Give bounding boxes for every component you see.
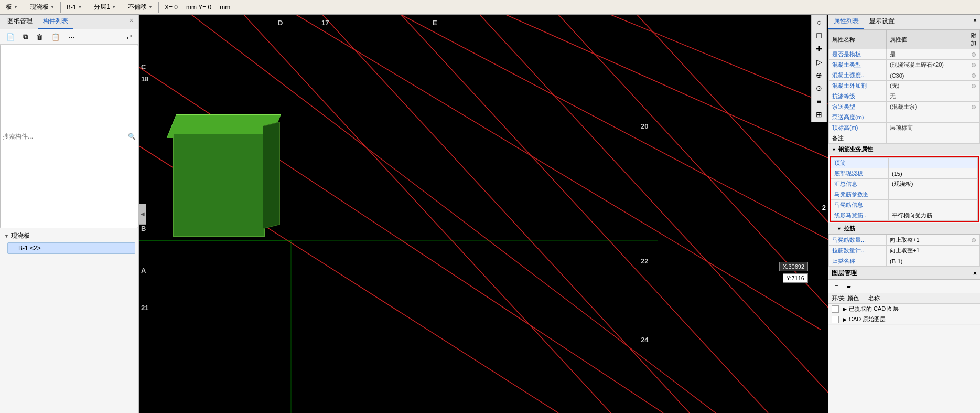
tree-item-b1[interactable]: B-1 <2> (7, 242, 135, 254)
lajin-attach-cell (967, 256, 980, 267)
copy-component-button[interactable]: ⧉ (20, 31, 31, 43)
draw-circle-icon[interactable]: ○ (813, 16, 825, 29)
tab-display-settings[interactable]: 显示设置 (864, 15, 900, 29)
canvas-area[interactable]: D 17 E C 18 20 B A 22 21 24 X:30692 Y:71… (139, 15, 828, 413)
rebar-name-cell[interactable]: 马凳筋信息 (831, 200, 889, 210)
sep5 (158, 2, 159, 13)
delete-component-button[interactable]: 🗑 (33, 31, 46, 43)
draw-rect-icon[interactable]: □ (813, 29, 825, 42)
properties-section: 属性列表 显示设置 × 属性名称 属性值 附加 是否是模板 是 (828, 15, 980, 267)
draw-polygon-icon[interactable]: ▷ (813, 56, 825, 68)
b1-arrow: ▼ (78, 5, 82, 9)
layer1-arrow: ▼ (112, 5, 116, 9)
layer-row[interactable]: ▶ 已提取的 CAD 图层 (828, 304, 980, 314)
lajin-section-header[interactable]: ▼ 拉筋 (828, 223, 980, 235)
rebar-name-cell[interactable]: 顶筋 (831, 158, 889, 168)
cast-slab-label: 现浇板 (30, 3, 49, 12)
crosshair-tooltip-y: Y:7116 (783, 273, 808, 283)
prop-name-cell[interactable]: 顶标高(m) (829, 123, 887, 133)
top-toolbar: 板 ▼ 现浇板 ▼ B-1 ▼ 分层1 ▼ 不偏移 ▼ X= 0 mm Y= 0… (0, 0, 980, 15)
search-box[interactable]: 🔍 (0, 45, 138, 228)
draw-cross-icon[interactable]: ✚ (813, 43, 825, 55)
sep3 (88, 2, 88, 13)
prop-name-cell[interactable]: 混凝土强度... (829, 70, 887, 81)
prop-name-cell[interactable]: 泵送类型 (829, 102, 887, 112)
svg-line-3 (480, 15, 828, 413)
tab-property-list[interactable]: 属性列表 (828, 15, 864, 29)
draw-lines-icon[interactable]: ≡ (813, 95, 825, 108)
prop-name-cell[interactable]: 混凝土外加剂 (829, 81, 887, 91)
row-a-label: A (141, 267, 146, 274)
draw-target-icon[interactable]: ⊙ (813, 82, 825, 94)
col-prop-value: 属性值 (887, 30, 967, 49)
toolbar-board[interactable]: 板 ▼ (2, 1, 21, 13)
rebar-name-cell[interactable]: 马凳筋参数图 (831, 189, 889, 200)
lajin-name-cell[interactable]: 归类名称 (829, 256, 887, 267)
rebar-value-cell (889, 200, 965, 210)
tree-category-cast-slab[interactable]: ▼ 现浇板 (2, 230, 136, 241)
left-panel-close[interactable]: × (126, 15, 136, 29)
toolbar-cast-slab[interactable]: 现浇板 ▼ (26, 1, 58, 13)
layers-rows: ▶ 已提取的 CAD 图层 ▶ CAD 原始图层 (828, 304, 980, 325)
layer-row[interactable]: ▶ CAD 原始图层 (828, 314, 980, 325)
rebar-value-cell: (现浇板) (889, 179, 965, 189)
toolbar-b1[interactable]: B-1 ▼ (63, 2, 86, 13)
prop-name-cell[interactable]: 是否是模板 (829, 49, 887, 60)
board-label: 板 (6, 3, 12, 12)
more-button[interactable]: ⋯ (65, 31, 78, 43)
prop-attach-cell (967, 112, 980, 123)
rebar-name-cell[interactable]: 汇总信息 (831, 179, 889, 189)
no-offset-label: 不偏移 (128, 3, 147, 12)
prop-name-cell[interactable]: 备注 (829, 133, 887, 144)
layers-section: 图层管理 × ≡ ≡̶ 开/关 颜色 名称 ▶ (828, 267, 980, 413)
prop-name-cell[interactable]: 混凝土类型 (829, 60, 887, 70)
main-layout: 图纸管理 构件列表 × 📄 ⧉ 🗑 📋 ⋯ ⇄ 🔍 ▼ 现浇板 (0, 15, 980, 413)
tab-component-list[interactable]: 构件列表 (38, 15, 73, 29)
rebar-name-cell[interactable]: 底部现浇板 (831, 168, 889, 179)
col-e-label: E (433, 19, 437, 27)
prop-attach-cell (967, 81, 980, 91)
draw-add-icon[interactable]: ⊕ (813, 69, 825, 81)
properties-tabs: 属性列表 显示设置 × (828, 15, 980, 29)
left-panel-toggle[interactable]: ◀ (139, 204, 146, 225)
layers-close-button[interactable]: × (973, 270, 977, 277)
layers-hide-all-button[interactable]: ≡̶ (843, 281, 854, 291)
lajin-name-cell[interactable]: 马凳筋数量... (829, 235, 887, 246)
paste-component-button[interactable]: 📋 (48, 31, 63, 43)
layers-show-all-button[interactable]: ≡ (832, 281, 841, 291)
tree-section: ▼ 现浇板 B-1 <2> (0, 228, 138, 413)
layers-table-header: 开/关 颜色 名称 (828, 293, 980, 304)
lajin-name-cell[interactable]: 拉筋数量计... (829, 246, 887, 256)
prop-name-cell[interactable]: 抗渗等级 (829, 91, 887, 102)
expand-collapse-button[interactable]: ⇄ (123, 31, 135, 43)
layer-checkbox[interactable] (832, 316, 839, 323)
tab-drawing-management[interactable]: 图纸管理 (2, 15, 38, 29)
sep4 (122, 2, 122, 13)
toolbar-layer1[interactable]: 分层1 ▼ (90, 1, 120, 13)
prop-value-cell (887, 112, 967, 123)
new-component-button[interactable]: 📄 (3, 31, 18, 43)
prop-attach-cell (967, 102, 980, 112)
right-panel: 属性列表 显示设置 × 属性名称 属性值 附加 是否是模板 是 (828, 15, 980, 413)
search-input[interactable] (3, 133, 128, 140)
draw-grid-icon[interactable]: ⊞ (813, 108, 825, 121)
sep2 (60, 2, 61, 13)
layer-expand-arrow: ▶ (843, 317, 847, 322)
layer-checkbox[interactable] (832, 305, 839, 313)
lajin-attach-cell (967, 246, 980, 256)
rebar-attach-cell (965, 200, 978, 210)
rebar-name-cell[interactable]: 线形马凳筋... (831, 210, 889, 221)
rebar-section-header[interactable]: ▼ 钢筋业务属性 (828, 144, 980, 155)
prop-attach-cell (967, 70, 980, 81)
left-panel: 图纸管理 构件列表 × 📄 ⧉ 🗑 📋 ⋯ ⇄ 🔍 ▼ 现浇板 (0, 15, 139, 413)
lajin-value-cell: 向上取整+1 (887, 246, 967, 256)
props-panel-close[interactable]: × (970, 15, 980, 29)
rebar-section-label: 钢筋业务属性 (838, 145, 873, 153)
rebar-value-cell: 平行横向受力筋 (889, 210, 965, 221)
toolbar-no-offset[interactable]: 不偏移 ▼ (124, 1, 156, 13)
layers-col-onoff-header: 开/关 (832, 294, 847, 302)
b1-label: B-1 (67, 4, 77, 11)
prop-name-cell[interactable]: 泵送高度(m) (829, 112, 887, 123)
layers-col-color-header: 颜色 (847, 294, 868, 302)
row-18-label: 18 (141, 75, 148, 83)
